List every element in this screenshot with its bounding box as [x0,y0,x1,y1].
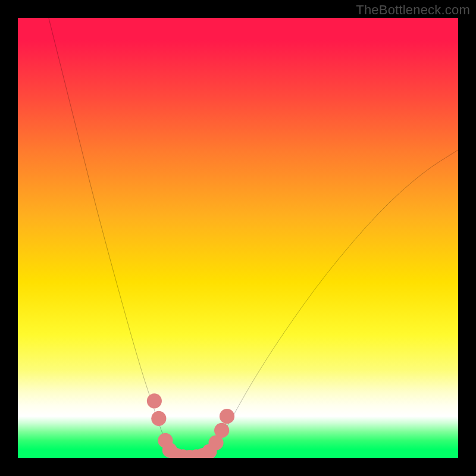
left-branch-path [49,18,177,458]
plot-area [18,18,458,458]
curve-right-branch [207,150,458,458]
highlight-marker [151,411,166,426]
highlight-markers [147,393,234,458]
highlight-marker [220,409,234,424]
chart-container: TheBottleneck.com [0,0,476,476]
curve-left-branch [49,18,177,458]
highlight-marker [214,423,229,438]
right-branch-path [207,150,458,458]
curve-svg [18,18,458,458]
watermark-text: TheBottleneck.com [356,2,470,18]
highlight-marker [147,393,162,408]
